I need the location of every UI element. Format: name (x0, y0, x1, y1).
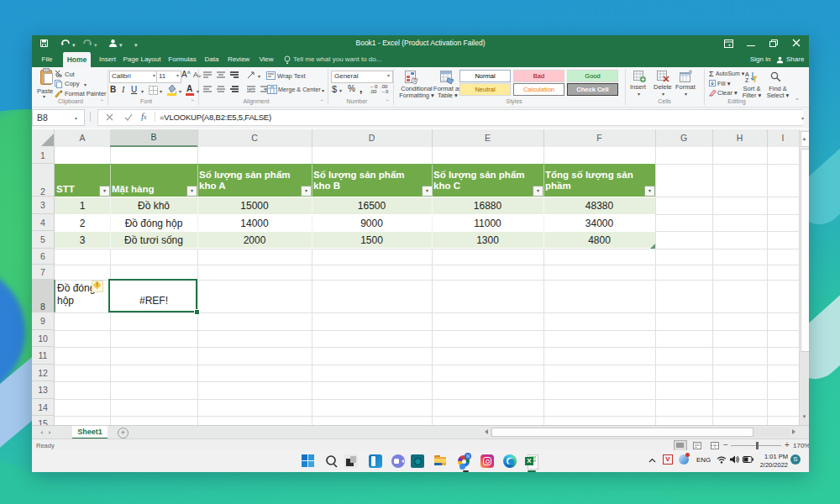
svg-text:A: A (745, 71, 749, 77)
svg-text:Z: Z (745, 77, 749, 83)
